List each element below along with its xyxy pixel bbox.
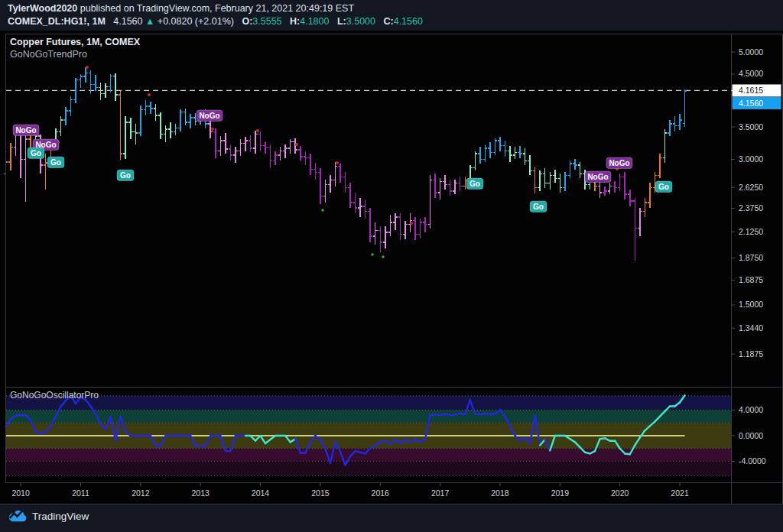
- svg-text:2012: 2012: [132, 488, 150, 498]
- high-value: 4.1800: [300, 16, 329, 27]
- svg-text:Go: Go: [120, 171, 131, 180]
- main-pane-legend[interactable]: Copper Futures, 1M, COMEX GoNoGoTrendPro: [10, 37, 140, 60]
- open-label: O:: [242, 16, 252, 27]
- svg-text:4.5000: 4.5000: [739, 69, 763, 78]
- svg-text:2020: 2020: [611, 488, 629, 498]
- svg-text:2019: 2019: [551, 488, 570, 498]
- svg-text:4.1560: 4.1560: [739, 99, 763, 108]
- author-name: TylerWood2020: [8, 3, 77, 14]
- symbol-title: Copper Futures, 1M, COMEX: [10, 37, 140, 48]
- svg-text:Go: Go: [469, 180, 480, 188]
- low-label: L:: [337, 16, 346, 27]
- svg-text:Go: Go: [50, 158, 61, 167]
- close-value: 4.1560: [394, 16, 423, 27]
- up-arrow-icon: ▲: [145, 16, 154, 27]
- svg-text:2014: 2014: [252, 488, 270, 498]
- last-price: 4.1560: [113, 16, 142, 27]
- svg-text:Go: Go: [658, 183, 669, 191]
- svg-text:Go: Go: [533, 203, 544, 211]
- open-value: 3.5555: [252, 16, 281, 27]
- close-label: C:: [383, 16, 393, 27]
- svg-text:NoGo: NoGo: [609, 159, 629, 167]
- svg-text:4.1615: 4.1615: [739, 86, 763, 95]
- symbol-name: COMEX_DL:HG1!, 1M: [8, 16, 106, 27]
- svg-text:NoGo: NoGo: [15, 126, 36, 135]
- svg-text:1.1875: 1.1875: [739, 349, 763, 358]
- svg-text:Go: Go: [31, 149, 41, 157]
- svg-text:2016: 2016: [372, 488, 390, 498]
- svg-text:1.3440: 1.3440: [739, 323, 763, 332]
- svg-text:NoGo: NoGo: [587, 173, 608, 181]
- svg-text:1.8750: 1.8750: [739, 253, 763, 262]
- svg-text:2.1250: 2.1250: [739, 227, 763, 236]
- header: TylerWood2020 published on TradingView.c…: [8, 2, 423, 28]
- svg-text:1.5000: 1.5000: [739, 300, 763, 309]
- chart-canvas[interactable]: NoGoNoGoGoGoGoNoGoGoGoNoGoNoGoGo5.00004.…: [0, 0, 783, 532]
- svg-text:2011: 2011: [72, 488, 89, 498]
- svg-text:2013: 2013: [191, 488, 210, 498]
- svg-text:4.0000: 4.0000: [739, 405, 763, 414]
- low-value: 3.5000: [346, 16, 375, 27]
- oscillator-indicator-name: GoNoGoOscillatorPro: [10, 390, 99, 401]
- tradingview-logo-icon: [8, 508, 27, 524]
- svg-text:3.0000: 3.0000: [739, 154, 763, 164]
- svg-text:3.5000: 3.5000: [739, 122, 763, 131]
- svg-text:2010: 2010: [11, 488, 30, 498]
- high-label: H:: [290, 16, 300, 27]
- price-change: +0.0820 (+2.01%): [158, 16, 234, 27]
- svg-text:0.0000: 0.0000: [739, 431, 763, 440]
- svg-text:2017: 2017: [431, 488, 450, 498]
- svg-text:2021: 2021: [671, 488, 689, 498]
- publish-info-line: TylerWood2020 published on TradingView.c…: [8, 2, 423, 15]
- tradingview-branding[interactable]: TradingView: [8, 508, 89, 524]
- oscillator-pane-legend[interactable]: GoNoGoOscillatorPro: [10, 390, 99, 401]
- tradingview-label: TradingView: [32, 511, 89, 522]
- svg-text:2.3750: 2.3750: [739, 203, 763, 212]
- svg-text:2018: 2018: [491, 488, 509, 498]
- svg-text:2.6250: 2.6250: [739, 183, 763, 192]
- publish-details: published on TradingView.com, February 2…: [77, 3, 354, 14]
- trend-indicator-name: GoNoGoTrendPro: [10, 48, 140, 60]
- svg-text:5.0000: 5.0000: [739, 47, 763, 57]
- published-chart-page: { "header": { "author": "TylerWood2020",…: [0, 0, 783, 532]
- svg-text:2015: 2015: [311, 488, 330, 498]
- svg-text:1.6875: 1.6875: [739, 275, 763, 284]
- svg-text:-4.0000: -4.0000: [739, 456, 766, 466]
- svg-text:NoGo: NoGo: [199, 112, 219, 120]
- symbol-info-line: COMEX_DL:HG1!, 1M 4.1560 ▲ +0.0820 (+2.0…: [8, 15, 423, 28]
